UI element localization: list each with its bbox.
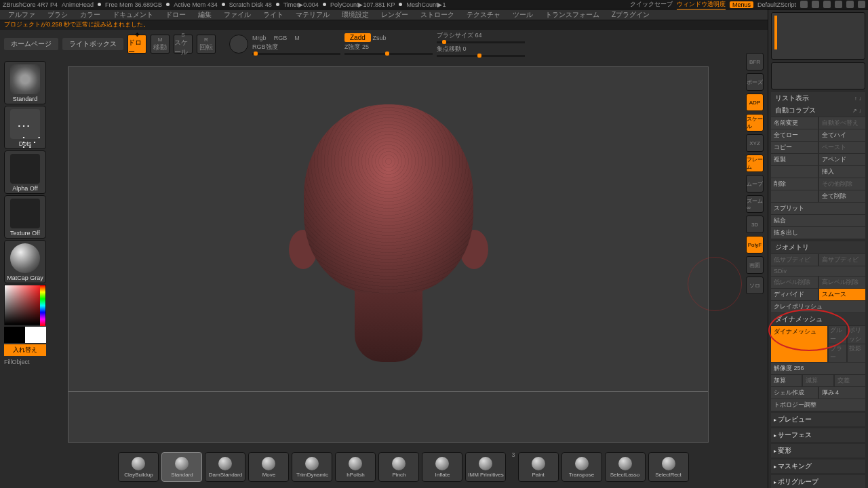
- sort-arrows-icon[interactable]: ↑ ↓: [854, 96, 861, 102]
- window-icon[interactable]: [800, 1, 808, 8]
- rename-button[interactable]: 名前変更: [771, 117, 818, 129]
- subtool-list[interactable]: [771, 62, 865, 89]
- maximize-icon[interactable]: [846, 1, 854, 8]
- z-intensity-slider[interactable]: [344, 53, 433, 55]
- section-変形[interactable]: 変形: [771, 444, 865, 458]
- autosort-button[interactable]: 自動並べ替え: [819, 117, 866, 129]
- subtool-thumbnail[interactable]: [771, 12, 865, 60]
- m-toggle[interactable]: M: [294, 35, 300, 41]
- project-toggle[interactable]: 投影: [848, 344, 865, 362]
- color-swatches[interactable]: [4, 327, 46, 343]
- paste-button[interactable]: ペースト: [819, 142, 866, 153]
- rgb-toggle[interactable]: RGB: [274, 35, 288, 41]
- homepage-button[interactable]: ホームページ: [4, 38, 58, 50]
- insert-button[interactable]: 挿入: [819, 166, 866, 178]
- window-icon[interactable]: [823, 1, 831, 8]
- window-transparency[interactable]: ウィンドウ透明度: [677, 0, 726, 9]
- menu-render[interactable]: レンダー: [376, 10, 414, 20]
- viewport-canvas[interactable]: [68, 66, 709, 443]
- viewport-btn-3[interactable]: スケール: [746, 114, 764, 131]
- zsub-button[interactable]: Zsub: [373, 35, 387, 41]
- brush-damstandard[interactable]: DamStandard: [205, 452, 245, 482]
- brush-transpose[interactable]: Transpose: [561, 452, 602, 482]
- default-zscript[interactable]: DefaultZScript: [757, 1, 796, 8]
- dynamesh-header[interactable]: ダイナメッシュ: [775, 314, 823, 324]
- dellow-button[interactable]: 低レベル削除: [771, 277, 818, 288]
- menu-file[interactable]: ファイル: [218, 10, 256, 20]
- dynamesh-button[interactable]: ダイナメッシュ: [771, 326, 827, 362]
- menus-button[interactable]: Menus: [730, 1, 753, 8]
- brush-pinch[interactable]: Pinch: [378, 452, 419, 482]
- thickness-slider[interactable]: 厚み 4: [819, 387, 866, 399]
- blur-slider[interactable]: ブラー: [829, 344, 846, 362]
- menu-color[interactable]: カラー: [75, 10, 106, 20]
- extract-button[interactable]: 抜き出し: [771, 227, 865, 239]
- minimize-icon[interactable]: [835, 1, 842, 8]
- brush-hpolish[interactable]: hPolish: [335, 452, 376, 482]
- section-ポリグループ[interactable]: ポリグループ: [771, 475, 865, 488]
- topology-button[interactable]: トポロジー調整: [771, 399, 865, 411]
- texture-picker[interactable]: Texture Off: [4, 195, 46, 239]
- merge-button[interactable]: 結合: [771, 215, 865, 226]
- lightbox-button[interactable]: ライトボックス: [62, 38, 123, 50]
- menu-alpha[interactable]: アルファ: [3, 10, 41, 20]
- close-icon[interactable]: [858, 1, 865, 8]
- move-mode-icon[interactable]: M移動: [151, 35, 170, 54]
- viewport-btn-1[interactable]: ポーズ: [746, 73, 764, 91]
- menu-texture[interactable]: テクスチャ: [461, 10, 506, 20]
- viewport-btn-2[interactable]: ADP: [746, 94, 764, 111]
- menu-preferences[interactable]: 環境設定: [336, 10, 374, 20]
- menu-draw[interactable]: ドロー: [160, 10, 191, 20]
- viewport-btn-5[interactable]: フレーム: [746, 155, 764, 172]
- viewport-btn-0[interactable]: BFR: [746, 53, 764, 70]
- brush-move[interactable]: Move: [248, 452, 289, 482]
- append-button[interactable]: アペンド: [819, 154, 866, 165]
- material-picker[interactable]: MatCap Gray: [4, 240, 46, 283]
- and-mode[interactable]: 交差: [835, 375, 865, 386]
- window-icon[interactable]: [812, 1, 819, 8]
- stroke-picker[interactable]: Dots: [4, 106, 46, 149]
- brush-standard[interactable]: Standard: [161, 452, 202, 482]
- brush-claybuildup[interactable]: ClayBuildup: [118, 452, 159, 482]
- brush-picker[interactable]: Standard: [4, 61, 46, 104]
- collapse-icons[interactable]: ↗ ↓: [852, 108, 861, 114]
- menu-transform[interactable]: トランスフォーム: [540, 10, 605, 20]
- viewport-btn-11[interactable]: ソロ: [746, 277, 764, 294]
- section-サーフェス[interactable]: サーフェス: [771, 428, 865, 442]
- split-button[interactable]: スプリット: [771, 203, 865, 214]
- duplicate-button[interactable]: 複製: [771, 154, 818, 165]
- geometry-header[interactable]: ジオメトリ: [775, 243, 809, 252]
- fillobject-button[interactable]: FillObject: [4, 357, 46, 367]
- viewport-btn-6[interactable]: ムーブ: [746, 175, 764, 192]
- smooth-button[interactable]: スムース: [819, 289, 866, 300]
- brush-paint[interactable]: Paint: [518, 452, 559, 482]
- draw-mode-icon[interactable]: ✥ドロー: [127, 35, 146, 54]
- alllow-button[interactable]: 全てロー: [771, 129, 818, 141]
- group-toggle[interactable]: グルー: [829, 326, 846, 344]
- brush-preview-icon[interactable]: [229, 35, 248, 54]
- rotate-mode-icon[interactable]: R回転: [197, 35, 216, 54]
- menu-stroke[interactable]: ストローク: [415, 10, 460, 20]
- viewport-btn-9[interactable]: PolyF: [746, 236, 764, 253]
- color-picker[interactable]: [4, 285, 46, 325]
- delete-button[interactable]: 削除: [771, 178, 818, 190]
- section-マスキング[interactable]: マスキング: [771, 460, 865, 473]
- scale-mode-icon[interactable]: Sスケール: [174, 35, 193, 54]
- delhigh-button[interactable]: 高レベル削除: [819, 277, 866, 288]
- sub-mode[interactable]: 減算: [803, 375, 833, 386]
- menu-zplugin[interactable]: Zプラグイン: [606, 10, 655, 20]
- brush-selectlasso[interactable]: SelectLasso: [605, 452, 646, 482]
- swap-color-button[interactable]: 入れ替え: [4, 344, 46, 356]
- divide-button[interactable]: ディバイド: [771, 289, 818, 300]
- hue-strip[interactable]: [40, 285, 45, 326]
- viewport-btn-8[interactable]: 3D: [746, 216, 764, 233]
- mrgb-toggle[interactable]: Mrgb: [252, 35, 267, 41]
- claypolish-button[interactable]: クレイポリッシュ: [771, 301, 865, 312]
- viewport-btn-7[interactable]: ズーム∞: [746, 195, 764, 213]
- menu-material[interactable]: マテリアル: [290, 10, 335, 20]
- lowsdiv-button[interactable]: 低サブディビ: [771, 254, 818, 266]
- rgb-intensity-slider[interactable]: [252, 53, 340, 55]
- polish-toggle[interactable]: ポリッシ: [848, 326, 865, 344]
- section-プレビュー[interactable]: プレビュー: [771, 413, 865, 426]
- menu-document[interactable]: ドキュメント: [107, 10, 159, 20]
